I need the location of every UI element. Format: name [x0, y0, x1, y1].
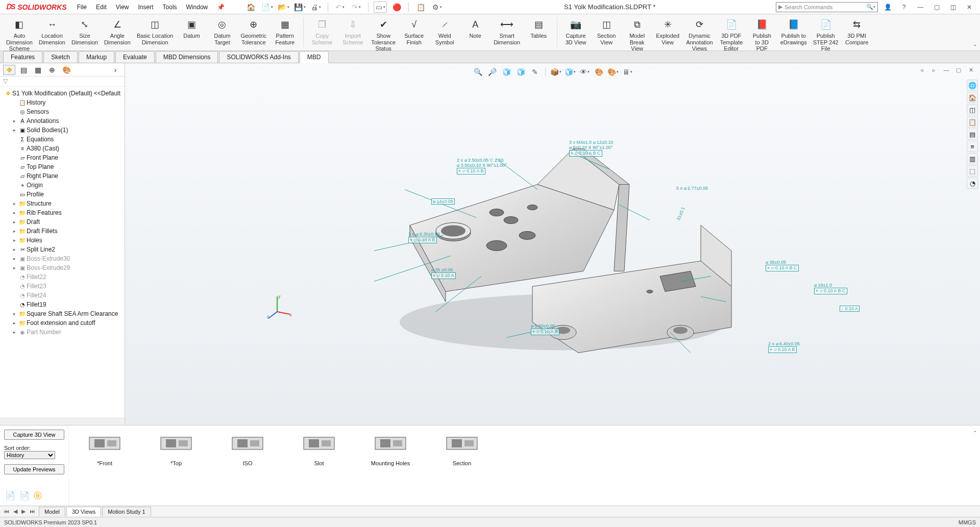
- ribbon-weld-symbol[interactable]: ⟋Weld Symbol: [429, 16, 460, 46]
- ribbon-section-view[interactable]: ◫Section View: [591, 16, 622, 46]
- tree-tab-config-icon[interactable]: ▦: [32, 65, 44, 75]
- search-commands-input[interactable]: ▶ Search Commands 🔍 ▾: [776, 2, 878, 12]
- undo-icon[interactable]: ↶: [333, 2, 347, 13]
- hud-button-2[interactable]: 🧊: [500, 66, 512, 78]
- tree-node[interactable]: ▸📁Rib Features: [1, 208, 124, 217]
- minimize-button[interactable]: —: [914, 2, 927, 13]
- ribbon-pub-edraw[interactable]: 📘Publish to eDrawings: [777, 16, 810, 46]
- tree-node[interactable]: ◎Sensors: [1, 107, 124, 116]
- menu-insert[interactable]: Insert: [134, 2, 158, 13]
- ribbon-surface-finish[interactable]: √Surface Finish: [399, 16, 429, 46]
- tree-node[interactable]: ▸📁Structure: [1, 199, 124, 208]
- menu-window[interactable]: Window: [182, 2, 212, 13]
- ribbon-tables[interactable]: ▤Tables: [523, 16, 554, 40]
- tree-node[interactable]: ▸▣Solid Bodies(1): [1, 126, 124, 135]
- annotation-callout[interactable]: ⌀ 14±0.05: [431, 198, 455, 205]
- update-previews-button[interactable]: Update Previews: [4, 464, 64, 474]
- tree-node[interactable]: ▸📁Draft Fillets: [1, 227, 124, 236]
- tree-tab-appearance-icon[interactable]: 🎨: [60, 65, 72, 75]
- annotation-callout[interactable]: ⌀ 35 ±0.05 ⌖ ⌀ 0.10 A: [431, 267, 456, 279]
- tree-node[interactable]: ◔Fillet22: [1, 272, 124, 282]
- ribbon-3dpmi[interactable]: ⇆3D PMI Compare: [842, 16, 872, 46]
- tree-filter-row[interactable]: ▽: [0, 77, 125, 87]
- ribbon-model-break[interactable]: ⧉Model Break View: [622, 16, 652, 53]
- vp-next-icon[interactable]: ▹: [929, 65, 939, 74]
- edrawings-icon[interactable]: ⓔ: [34, 491, 42, 501]
- tab-nav-prev-icon[interactable]: ◀: [12, 508, 19, 515]
- taskpane-button-6[interactable]: ▥: [967, 153, 978, 164]
- bottom-tab-3d-views[interactable]: 3D Views: [66, 507, 101, 516]
- menu-file[interactable]: File: [73, 2, 91, 13]
- taskpane-button-7[interactable]: ⬚: [967, 165, 978, 177]
- tree-tab-feature-icon[interactable]: ❖: [3, 65, 15, 75]
- restore-button[interactable]: ▢: [930, 2, 943, 13]
- hud-button-0[interactable]: 🔍: [472, 66, 484, 78]
- ribbon-exploded-view[interactable]: ✳Exploded View: [652, 16, 683, 46]
- tree-node[interactable]: ◔Fillet19: [1, 300, 124, 309]
- select-cursor-icon[interactable]: ▭: [374, 2, 387, 13]
- hud-button-4[interactable]: ✎: [529, 66, 541, 78]
- tree-node[interactable]: ▱Top Plane: [1, 162, 124, 171]
- vp-prev-icon[interactable]: ◃: [917, 65, 927, 74]
- menu-view[interactable]: View: [112, 2, 133, 13]
- ribbon-show-tol[interactable]: ✔Show Tolerance Status: [368, 16, 399, 53]
- tree-tab-property-icon[interactable]: ▤: [17, 65, 30, 75]
- redo-icon[interactable]: ↷: [350, 2, 363, 13]
- tree-node[interactable]: ▸▣Boss-Extrude29: [1, 263, 124, 272]
- taskpane-button-3[interactable]: 📋: [967, 116, 978, 128]
- bottom-tab-motion-study-1[interactable]: Motion Study 1: [102, 507, 151, 516]
- maximize-button[interactable]: ◫: [946, 2, 960, 13]
- help-icon[interactable]: ?: [897, 2, 911, 13]
- tab-nav-last-icon[interactable]: ⏭: [28, 508, 37, 515]
- vp-close-icon[interactable]: ✕: [966, 65, 976, 74]
- hud-button-9[interactable]: 👁▾: [578, 66, 591, 78]
- options-list-icon[interactable]: 📋: [414, 2, 427, 13]
- print-icon[interactable]: 🖨: [309, 2, 323, 13]
- view-thumb-mountingholes[interactable]: Mounting Holes: [370, 431, 411, 500]
- open-doc-icon[interactable]: 📂: [277, 2, 290, 13]
- tree-node[interactable]: ▸✂Split Line2: [1, 245, 124, 254]
- pdf-template-icon[interactable]: 📄: [19, 491, 30, 501]
- views-panel-collapse-icon[interactable]: ⌄: [973, 428, 977, 433]
- menu-edit[interactable]: Edit: [92, 2, 111, 13]
- tree-node[interactable]: ◔Fillet23: [1, 282, 124, 291]
- tab-evaluate[interactable]: Evaluate: [115, 51, 155, 63]
- annotation-callout[interactable]: 5 x ⌀ 2.77±0.05: [676, 186, 708, 191]
- annotation-callout[interactable]: ⌀ 5.50±0.05 ⌖ ⌀ 0.10 A B: [531, 323, 559, 335]
- taskpane-button-1[interactable]: 🏠: [967, 92, 978, 103]
- tab-markup[interactable]: Markup: [79, 51, 114, 63]
- ribbon-3dpdf[interactable]: 📄3D PDF Template Editor: [716, 16, 747, 53]
- tree-node[interactable]: ▸📁Square Shaft SEA Arm Clearance: [1, 309, 124, 318]
- hud-button-7[interactable]: 🧊▾: [564, 66, 576, 78]
- ribbon-datum-target[interactable]: ◎Datum Target: [207, 16, 237, 46]
- feature-tree[interactable]: ❖ S1 Yolk Modification (Default) <<Defau…: [0, 87, 125, 418]
- annotation-callout[interactable]: ⌀ 16±1.0 ⌖ ⌀ 0.10 A B C: [814, 283, 847, 294]
- ribbon-basic-loc[interactable]: ◫Basic Location Dimension: [134, 16, 177, 46]
- ribbon-pattern-feat[interactable]: ▦Pattern Feature: [270, 16, 300, 46]
- close-button[interactable]: ✕: [963, 2, 976, 13]
- ribbon-datum[interactable]: ▣Datum: [176, 16, 207, 40]
- tree-node[interactable]: ▸📁Holes: [1, 236, 124, 245]
- annotation-callout[interactable]: 3 x ⌀ 6.30±0.05 ⌖ ⌀ 0.10 A B: [408, 232, 440, 243]
- tree-node[interactable]: ▱Right Plane: [1, 171, 124, 181]
- tree-node[interactable]: ≡A380 (Cast): [1, 144, 124, 153]
- taskpane-button-2[interactable]: ◫: [967, 104, 978, 115]
- tree-node[interactable]: 📋History: [1, 98, 124, 107]
- orientation-triad[interactable]: y x z: [267, 294, 292, 320]
- capture-3d-view-button[interactable]: Capture 3D View: [4, 430, 64, 440]
- tree-node[interactable]: ▸◉Part Number: [1, 328, 124, 337]
- status-units[interactable]: MMGS: [959, 519, 976, 525]
- tree-node[interactable]: ▸AAnnotations: [1, 116, 124, 126]
- ribbon-smart-dim[interactable]: ⟷Smart Dimension: [491, 16, 523, 46]
- settings-gear-icon[interactable]: ⚙: [430, 2, 444, 13]
- view-thumb-slot[interactable]: Slot: [299, 431, 339, 500]
- view-thumb-top[interactable]: *Top: [156, 431, 197, 500]
- ribbon-capture-3d[interactable]: 📷Capture 3D View: [560, 16, 591, 46]
- ribbon-pub-step[interactable]: 📄Publish STEP 242 File: [810, 16, 842, 53]
- tree-horizontal-scrollbar[interactable]: [0, 418, 125, 425]
- annotation-callout[interactable]: ⌀ 38±0.05 ⌖ ⌀ 0.10 A B C: [766, 260, 799, 271]
- taskpane-button-5[interactable]: ≡: [967, 141, 978, 152]
- home-icon[interactable]: 🏠: [244, 2, 257, 13]
- rebuild-icon[interactable]: 🔴: [390, 2, 403, 13]
- tab-mbd[interactable]: MBD: [300, 51, 329, 63]
